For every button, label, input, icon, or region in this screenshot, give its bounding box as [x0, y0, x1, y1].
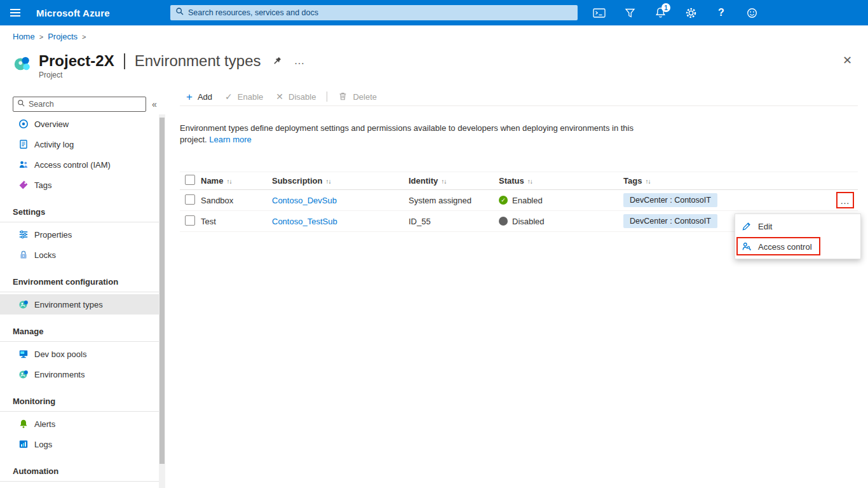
row-checkbox[interactable]	[185, 194, 195, 205]
sort-icon: ↑↓	[441, 178, 446, 185]
portal-menu-button[interactable]	[0, 0, 31, 25]
sidebar-item-label: Logs	[34, 440, 52, 449]
breadcrumb-separator: >	[82, 33, 86, 41]
notifications-button[interactable]: 1	[645, 0, 675, 25]
menu-item-access-control[interactable]: Access control	[735, 236, 860, 257]
sidebar-item-locks[interactable]: Locks	[0, 245, 160, 265]
sidebar-item-environment-types[interactable]: Environment types	[0, 294, 160, 315]
dev-box-pools-icon	[18, 349, 29, 360]
edit-icon	[742, 221, 752, 231]
subscription-link[interactable]: Contoso_TestSub	[272, 217, 337, 226]
collapse-menu-button[interactable]: «	[152, 99, 157, 109]
column-header-name[interactable]: Name↑↓	[201, 176, 272, 186]
column-header-subscription[interactable]: Subscription↑↓	[272, 176, 409, 186]
command-separator	[327, 92, 327, 102]
cell-status: ✓ Enabled	[499, 196, 623, 205]
menu-search-input[interactable]	[29, 100, 142, 109]
title-separator	[124, 53, 125, 69]
sidebar-item-label: Access control (IAM)	[34, 160, 111, 170]
scrollbar-thumb[interactable]	[159, 118, 165, 464]
cloud-shell-icon	[593, 8, 606, 18]
topbar-icons: 1 ?	[584, 0, 767, 25]
cloud-shell-button[interactable]	[584, 0, 614, 25]
page-subtitle: Environment types	[135, 52, 261, 70]
help-button[interactable]: ?	[706, 0, 736, 25]
sidebar-item-environments[interactable]: Environments	[0, 364, 160, 384]
global-search	[170, 5, 578, 20]
global-search-input[interactable]	[188, 8, 573, 17]
sidebar-item-label: Environments	[34, 370, 85, 379]
directory-filter-button[interactable]	[614, 0, 645, 25]
sidebar-item-label: Environment types	[34, 300, 103, 309]
menu-item-edit[interactable]: Edit	[735, 216, 860, 236]
sidebar-item-access-control-iam[interactable]: Access control (IAM)	[0, 154, 160, 175]
activity-log-icon	[18, 139, 29, 150]
status-disabled-icon	[499, 217, 508, 226]
sidebar-item-label: Activity log	[34, 140, 74, 149]
delete-button[interactable]: Delete	[332, 88, 383, 105]
select-all-checkbox[interactable]	[185, 175, 195, 185]
blade-description: Environment types define deployment sett…	[180, 123, 637, 146]
column-header-status[interactable]: Status↑↓	[499, 176, 623, 186]
enable-label: Enable	[238, 92, 263, 102]
status-enabled-icon: ✓	[499, 196, 508, 205]
cell-status: Disabled	[499, 217, 623, 226]
divider	[0, 222, 160, 222]
smiley-icon	[747, 8, 757, 18]
column-header-identity[interactable]: Identity↑↓	[409, 176, 499, 186]
enable-button[interactable]: ✓ Enable	[219, 88, 269, 105]
sidebar-item-label: Overview	[34, 119, 69, 129]
sidebar-item-dev-box-pools[interactable]: Dev box pools	[0, 344, 160, 364]
overview-icon	[18, 119, 29, 130]
resource-type-label: Project	[39, 71, 305, 79]
add-icon: +	[186, 92, 193, 102]
enable-icon: ✓	[225, 92, 233, 101]
row-checkbox[interactable]	[185, 215, 195, 226]
access-control-icon	[742, 241, 752, 252]
sidebar-item-label: Locks	[34, 250, 56, 260]
directory-filter-icon	[625, 8, 635, 18]
breadcrumb-projects[interactable]: Projects	[48, 32, 78, 41]
add-button[interactable]: + Add	[180, 88, 219, 105]
table-row: Sandbox Contoso_DevSub System assigned ✓…	[180, 190, 858, 211]
app-title[interactable]: Microsoft Azure	[36, 0, 110, 25]
settings-button[interactable]	[675, 0, 706, 25]
help-icon: ?	[718, 7, 724, 18]
divider	[0, 411, 160, 412]
add-label: Add	[198, 92, 212, 102]
sidebar-item-overview[interactable]: Overview	[0, 114, 160, 134]
column-header-tags[interactable]: Tags↑↓	[623, 176, 832, 186]
disable-label: Disable	[288, 92, 316, 102]
sidebar-item-properties[interactable]: Properties	[0, 224, 160, 245]
sidebar-item-label: Alerts	[34, 419, 55, 429]
command-bar: + Add ✓ Enable ✕ Disable Delete	[180, 88, 858, 105]
sidebar-item-tags[interactable]: Tags	[0, 175, 160, 195]
close-blade-button[interactable]: ✕	[843, 53, 852, 67]
breadcrumb-home[interactable]: Home	[13, 32, 35, 41]
sidebar-group-settings: Settings	[0, 205, 160, 218]
divider	[0, 481, 160, 482]
topbar: Microsoft Azure 1 ?	[0, 0, 868, 25]
sidebar-item-alerts[interactable]: Alerts	[0, 414, 160, 434]
cell-identity: System assigned	[409, 196, 499, 205]
page-more-actions-button[interactable]: …	[294, 55, 305, 67]
divider	[180, 105, 858, 106]
sidebar-item-activity-log[interactable]: Activity log	[0, 134, 160, 154]
subscription-link[interactable]: Contoso_DevSub	[272, 196, 337, 205]
gear-icon	[685, 7, 697, 19]
row-more-actions-button[interactable]: …	[840, 195, 850, 206]
delete-trash-icon	[338, 92, 348, 102]
sidebar-scrollbar[interactable]	[159, 114, 165, 488]
learn-more-link[interactable]: Learn more	[209, 135, 251, 144]
sidebar-group-automation: Automation	[0, 464, 160, 477]
status-label: Enabled	[512, 196, 543, 205]
feedback-button[interactable]	[736, 0, 767, 25]
lock-icon	[18, 250, 29, 261]
pin-button[interactable]	[272, 56, 282, 66]
cell-identity: ID_55	[409, 217, 499, 226]
tags-icon	[18, 180, 29, 191]
disable-button[interactable]: ✕ Disable	[269, 88, 322, 105]
page-title: Project-2X	[39, 52, 114, 70]
sidebar-item-logs[interactable]: Logs	[0, 434, 160, 454]
delete-label: Delete	[353, 92, 377, 102]
